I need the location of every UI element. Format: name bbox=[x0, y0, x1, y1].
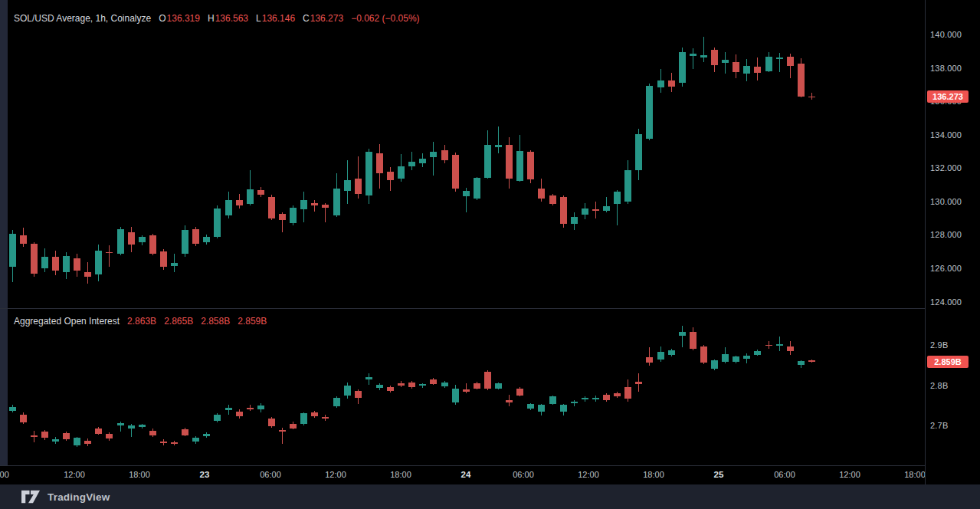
time-label: 12:00 bbox=[578, 470, 599, 479]
price-scale[interactable]: 136.273 2.859B 140.000138.000136.000134.… bbox=[925, 0, 980, 484]
axis-tick-label: 130.000 bbox=[930, 197, 962, 206]
time-label: 06:00 bbox=[513, 470, 534, 479]
last-oi-badge: 2.859B bbox=[927, 356, 969, 368]
time-label-day: 24 bbox=[461, 470, 471, 479]
time-label-day: 25 bbox=[714, 470, 724, 479]
time-label-day: 23 bbox=[200, 470, 210, 479]
axis-tick-label: 2.9B bbox=[930, 340, 948, 350]
axis-tick-label: 126.000 bbox=[930, 264, 962, 273]
symbol-title[interactable]: SOL/USD Average, 1h, Coinalyze bbox=[14, 13, 151, 24]
time-label: 12:00 bbox=[64, 470, 85, 479]
oi-low: 2.858B bbox=[201, 316, 230, 327]
axis-tick-label: 138.000 bbox=[930, 64, 962, 73]
pane-divider[interactable] bbox=[0, 308, 980, 309]
time-label: 12:00 bbox=[325, 470, 346, 479]
ohlc-low: L136.146 bbox=[256, 13, 295, 24]
price-change: −0.062 (−0.05%) bbox=[351, 13, 419, 24]
chart-widget: SOL/USD Average, 1h, Coinalyze O136.319 … bbox=[0, 0, 980, 509]
axis-tick-label: 2.8B bbox=[930, 381, 948, 390]
price-pane[interactable] bbox=[8, 0, 925, 308]
left-edge-strip bbox=[0, 0, 8, 484]
price-legend: SOL/USD Average, 1h, Coinalyze O136.319 … bbox=[14, 13, 420, 24]
oi-legend: Aggregated Open Interest 2.863B 2.865B 2… bbox=[14, 316, 267, 327]
axis-tick-label: 140.000 bbox=[930, 30, 962, 39]
time-label: 12:00 bbox=[839, 470, 860, 479]
time-label: 18:00 bbox=[129, 470, 150, 479]
attribution-bar: TradingView bbox=[0, 484, 980, 509]
time-label: 18:00 bbox=[390, 470, 411, 479]
oi-open: 2.863B bbox=[127, 316, 156, 327]
axis-tick-label: 134.000 bbox=[930, 130, 962, 140]
ohlc-open: O136.319 bbox=[159, 13, 200, 24]
time-axis[interactable]: 06:0012:0018:002306:0012:0018:002406:001… bbox=[0, 465, 925, 485]
oi-pane[interactable] bbox=[8, 309, 925, 465]
time-label: 18:00 bbox=[904, 470, 925, 479]
time-label: 06:00 bbox=[0, 470, 9, 479]
tradingview-brand-text[interactable]: TradingView bbox=[48, 491, 110, 503]
time-label: 18:00 bbox=[643, 470, 664, 479]
time-label: 06:00 bbox=[774, 470, 795, 479]
axis-tick-label: 124.000 bbox=[930, 297, 962, 307]
oi-close: 2.859B bbox=[238, 316, 267, 327]
tradingview-logo-icon[interactable] bbox=[21, 490, 41, 504]
ohlc-close: C136.273 bbox=[303, 13, 343, 24]
oi-high: 2.865B bbox=[164, 316, 193, 327]
last-price-badge: 136.273 bbox=[927, 90, 969, 103]
axis-tick-label: 2.7B bbox=[930, 421, 948, 430]
ohlc-high: H136.563 bbox=[208, 13, 248, 24]
oi-title[interactable]: Aggregated Open Interest bbox=[14, 316, 120, 327]
time-label: 06:00 bbox=[260, 470, 281, 479]
axis-tick-label: 128.000 bbox=[930, 230, 962, 239]
axis-tick-label: 132.000 bbox=[930, 163, 962, 172]
